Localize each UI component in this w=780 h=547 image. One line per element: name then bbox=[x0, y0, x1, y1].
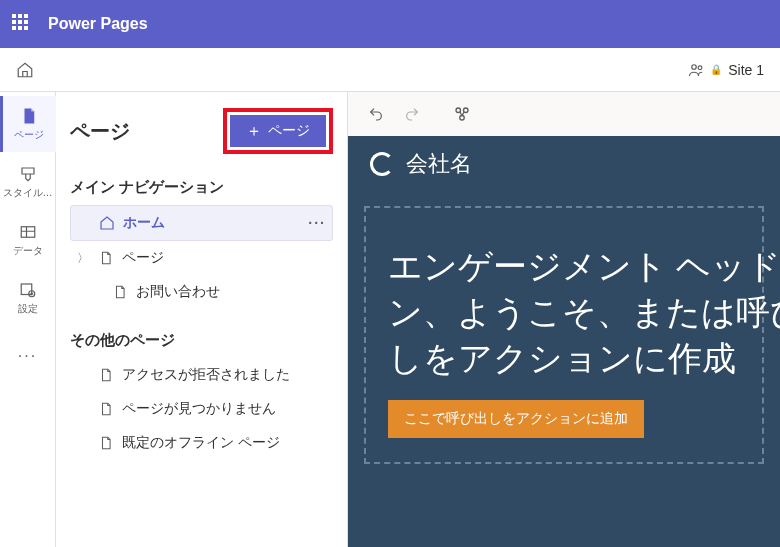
undo-button[interactable] bbox=[360, 98, 392, 130]
hero-text[interactable]: エンゲージメント ヘッドライ ン、ようこそ、または呼び出 しをアクションに作成 bbox=[388, 244, 740, 382]
rail-item-data[interactable]: データ bbox=[0, 212, 56, 268]
file-icon bbox=[98, 401, 114, 417]
nav-item-label: ホーム bbox=[123, 214, 165, 232]
hero-cta-button[interactable]: ここで呼び出しをアクションに追加 bbox=[388, 400, 644, 438]
page-icon bbox=[19, 106, 39, 126]
other-item-access-denied[interactable]: アクセスが拒否されました bbox=[70, 358, 333, 392]
home-icon bbox=[99, 215, 115, 231]
nav-item-label: お問い合わせ bbox=[136, 283, 220, 301]
svg-rect-2 bbox=[21, 227, 35, 238]
other-item-label: 既定のオフライン ページ bbox=[122, 434, 280, 452]
redo-button[interactable] bbox=[396, 98, 428, 130]
plus-icon: ＋ bbox=[246, 123, 262, 139]
left-rail: ページ スタイル… データ 設定 ··· bbox=[0, 92, 56, 547]
hero-section[interactable]: エンゲージメント ヘッドライ ン、ようこそ、または呼び出 しをアクションに作成 … bbox=[364, 206, 764, 464]
hero-line: エンゲージメント ヘッドライ bbox=[388, 244, 740, 290]
more-icon: ··· bbox=[18, 346, 38, 366]
components-button[interactable] bbox=[446, 98, 478, 130]
preview-site-header[interactable]: 会社名 bbox=[348, 136, 780, 192]
rail-item-style[interactable]: スタイル… bbox=[0, 154, 56, 210]
rail-item-pages[interactable]: ページ bbox=[0, 96, 56, 152]
command-bar: 🔒 Site 1 bbox=[0, 48, 780, 92]
page-preview[interactable]: 会社名 エンゲージメント ヘッドライ ン、ようこそ、または呼び出 しをアクション… bbox=[348, 136, 780, 547]
nav-item-page[interactable]: 〉 ページ bbox=[70, 241, 333, 275]
other-item-label: ページが見つかりません bbox=[122, 400, 276, 418]
rail-label: データ bbox=[13, 244, 43, 258]
add-page-button[interactable]: ＋ ページ bbox=[230, 115, 326, 147]
svg-point-0 bbox=[692, 64, 697, 69]
components-icon bbox=[453, 105, 471, 123]
home-outline-icon[interactable] bbox=[16, 61, 34, 79]
people-icon bbox=[688, 61, 706, 79]
pages-panel: ページ ＋ ページ メイン ナビゲーション ホーム ··· 〉 ページ bbox=[56, 92, 348, 547]
lock-icon: 🔒 bbox=[710, 64, 722, 75]
nav-item-home[interactable]: ホーム ··· bbox=[70, 205, 333, 241]
file-icon bbox=[98, 367, 114, 383]
other-item-label: アクセスが拒否されました bbox=[122, 366, 290, 384]
global-header: Power Pages bbox=[0, 0, 780, 48]
rail-label: 設定 bbox=[18, 302, 38, 316]
rail-item-more[interactable]: ··· bbox=[0, 328, 56, 384]
hero-line: ン、ようこそ、または呼び出 bbox=[388, 290, 740, 336]
file-icon bbox=[98, 435, 114, 451]
other-item-offline[interactable]: 既定のオフライン ページ bbox=[70, 426, 333, 460]
rail-item-setup[interactable]: 設定 bbox=[0, 270, 56, 326]
file-icon bbox=[98, 250, 114, 266]
app-title: Power Pages bbox=[48, 15, 148, 33]
section-main-nav-title: メイン ナビゲーション bbox=[70, 178, 333, 197]
annotation-highlight: ＋ ページ bbox=[223, 108, 333, 154]
workspace: ページ スタイル… データ 設定 ··· ページ bbox=[0, 92, 780, 547]
site-switcher[interactable]: 🔒 Site 1 bbox=[688, 61, 764, 79]
nav-item-contact[interactable]: お問い合わせ bbox=[70, 275, 333, 309]
section-other-title: その他のページ bbox=[70, 331, 333, 350]
rail-label: ページ bbox=[14, 128, 44, 142]
site-name: Site 1 bbox=[728, 62, 764, 78]
table-icon bbox=[18, 222, 38, 242]
file-icon bbox=[112, 284, 128, 300]
svg-point-7 bbox=[460, 116, 465, 121]
add-page-label: ページ bbox=[268, 122, 310, 140]
hero-line: しをアクションに作成 bbox=[388, 336, 740, 382]
canvas-toolbar bbox=[348, 92, 780, 136]
item-more-icon[interactable]: ··· bbox=[308, 215, 326, 231]
undo-icon bbox=[368, 106, 384, 122]
svg-rect-3 bbox=[21, 284, 32, 295]
chevron-right-icon[interactable]: 〉 bbox=[76, 250, 90, 267]
settings-icon bbox=[18, 280, 38, 300]
rail-label: スタイル… bbox=[3, 186, 53, 200]
design-canvas: 会社名 エンゲージメント ヘッドライ ン、ようこそ、または呼び出 しをアクション… bbox=[348, 92, 780, 547]
redo-icon bbox=[404, 106, 420, 122]
brush-icon bbox=[18, 164, 38, 184]
app-launcher-icon[interactable] bbox=[12, 14, 32, 34]
company-name: 会社名 bbox=[406, 149, 472, 179]
svg-point-1 bbox=[698, 65, 702, 69]
panel-title: ページ bbox=[70, 118, 130, 145]
nav-item-label: ページ bbox=[122, 249, 164, 267]
site-logo-icon bbox=[370, 152, 394, 176]
other-item-not-found[interactable]: ページが見つかりません bbox=[70, 392, 333, 426]
